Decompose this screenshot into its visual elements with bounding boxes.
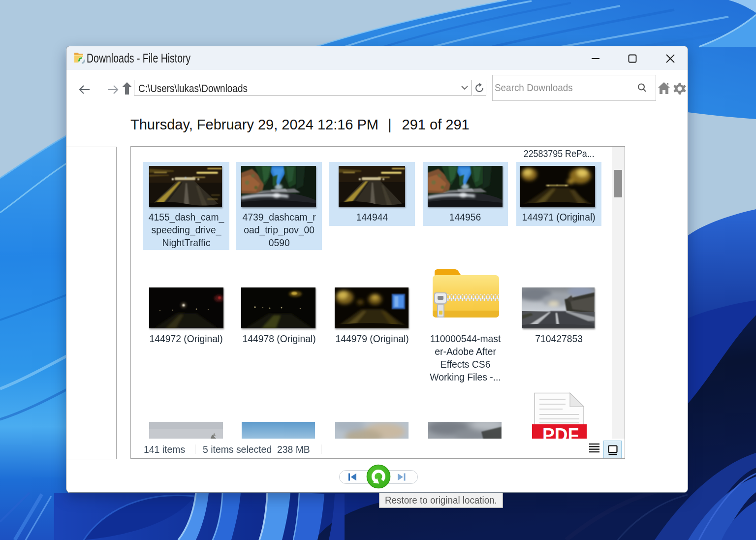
svg-text:PDF: PDF xyxy=(542,425,579,440)
